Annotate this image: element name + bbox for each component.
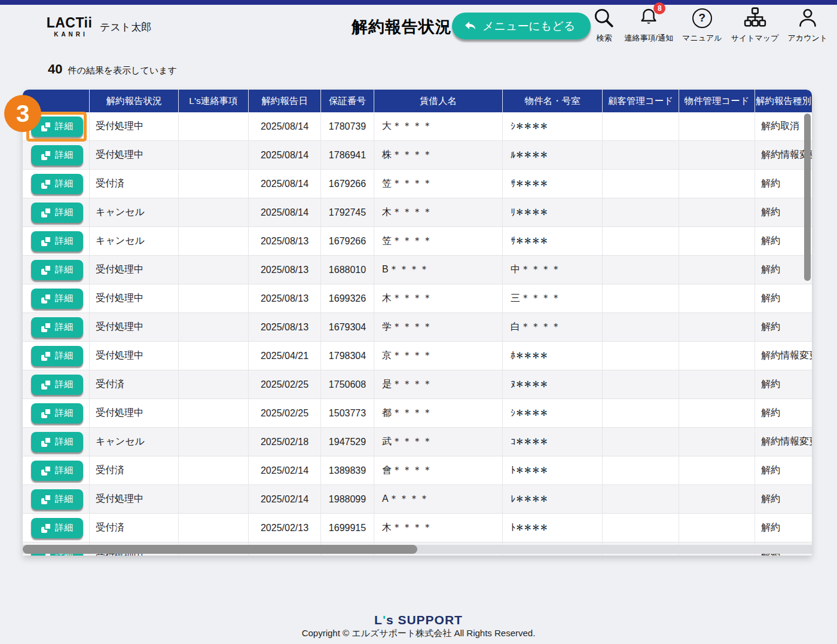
- cell-report-type: 解約: [755, 284, 812, 312]
- detail-button-label: 詳細: [55, 465, 73, 476]
- table-row: 詳細 受付処理中 2025/08/13 1679304 学＊＊＊＊ 白＊＊＊＊ …: [23, 313, 812, 342]
- horizontal-scrollbar-track[interactable]: [23, 545, 812, 554]
- nav-notifications[interactable]: 8 連絡事項/通知: [624, 5, 673, 44]
- detail-button-label: 詳細: [55, 149, 73, 161]
- nav-manual[interactable]: ? マニュアル: [682, 5, 722, 44]
- cell-status: 受付済: [90, 370, 179, 398]
- cell-customer-code: [603, 456, 679, 484]
- detail-button[interactable]: 詳細: [31, 289, 83, 309]
- bell-icon: 8: [638, 5, 659, 31]
- detail-button[interactable]: 詳細: [31, 145, 83, 165]
- vertical-scrollbar[interactable]: [804, 114, 811, 281]
- column-header: 物件名・号室: [503, 90, 603, 112]
- table-row: 詳細 受付処理中 2025/08/14 1786941 株＊＊＊＊ ﾙ＊＊＊＊ …: [23, 141, 812, 170]
- cell-report-type: 解約: [755, 485, 812, 513]
- nav-sitemap[interactable]: サイトマップ: [731, 5, 779, 44]
- cell-customer-code: [603, 198, 679, 226]
- detail-button-label: 詳細: [55, 493, 73, 505]
- app-logo[interactable]: LACTii KANRI: [45, 16, 93, 38]
- cell-tenant-name: 會＊＊＊＊: [374, 456, 503, 484]
- cell-customer-code: [603, 485, 679, 513]
- result-summary: 40 件の結果を表示しています: [48, 62, 177, 77]
- cell-ls-note: [179, 227, 249, 255]
- cell-guarantee-number: 1699915: [321, 514, 374, 542]
- detail-button[interactable]: 詳細: [31, 260, 83, 280]
- cell-detail: 詳細: [23, 456, 90, 484]
- cell-property-name: ｼ＊＊＊＊: [503, 112, 603, 140]
- detail-button[interactable]: 詳細: [31, 317, 83, 338]
- table-row: 詳細 受付済 2025/02/14 1389839 會＊＊＊＊ ﾄ＊＊＊＊ 解約: [23, 456, 812, 485]
- cell-detail: 詳細: [23, 485, 90, 513]
- cell-tenant-name: 是＊＊＊＊: [374, 370, 503, 398]
- back-to-menu-button[interactable]: メニューにもどる: [452, 13, 591, 39]
- cell-guarantee-number: 1503773: [321, 399, 374, 427]
- detail-button[interactable]: 詳細: [31, 489, 83, 510]
- detail-button[interactable]: 詳細: [31, 518, 83, 538]
- detail-doc-icon: [41, 179, 51, 189]
- cell-ls-note: [179, 456, 249, 484]
- cell-property-name: ｻ＊＊＊＊: [503, 227, 603, 255]
- detail-button[interactable]: 詳細: [31, 375, 83, 395]
- cell-guarantee-number: 1679304: [321, 313, 374, 341]
- cell-report-type: 解約情報変更: [755, 342, 812, 370]
- cell-property-name: ﾇ＊＊＊＊: [503, 370, 603, 398]
- table-header-row: 解約報告状況L's連絡事項解約報告日保証番号賃借人名物件名・号室顧客管理コード物…: [23, 90, 812, 112]
- column-header: 保証番号: [321, 90, 374, 112]
- cell-tenant-name: 木＊＊＊＊: [374, 198, 503, 226]
- cell-guarantee-number: 1786941: [321, 141, 374, 169]
- detail-button[interactable]: 詳細: [31, 346, 83, 366]
- cell-ls-note: [179, 284, 249, 312]
- detail-button-label: 詳細: [55, 321, 73, 333]
- horizontal-scrollbar-thumb[interactable]: [23, 545, 417, 554]
- cell-report-type: 解約情報変更: [755, 428, 812, 456]
- cell-guarantee-number: 1780739: [321, 112, 374, 140]
- cell-property-name: ﾙ＊＊＊＊: [503, 141, 603, 169]
- cell-property-name: ﾎ＊＊＊＊: [503, 342, 603, 370]
- cell-report-date: 2025/08/13: [249, 227, 321, 255]
- detail-button[interactable]: 詳細: [31, 461, 83, 481]
- sitemap-icon: [744, 5, 766, 31]
- detail-button-label: 詳細: [55, 235, 73, 247]
- cell-report-type: 解約: [755, 256, 812, 284]
- detail-button[interactable]: 詳細: [31, 432, 83, 452]
- cell-property-name: ｼ＊＊＊＊: [503, 399, 603, 427]
- table-row: 詳細 キャンセル 2025/08/14 1792745 木＊＊＊＊ ﾘ＊＊＊＊ …: [23, 198, 812, 227]
- cell-property-name: ﾘ＊＊＊＊: [503, 198, 603, 226]
- search-icon: [592, 5, 615, 31]
- cell-guarantee-number: 1679266: [321, 227, 374, 255]
- cell-report-date: 2025/02/14: [249, 485, 321, 513]
- detail-button[interactable]: 詳細: [31, 203, 83, 223]
- cell-ls-note: [179, 428, 249, 456]
- cell-report-date: 2025/08/13: [249, 313, 321, 341]
- detail-button-label: 詳細: [55, 264, 73, 275]
- cell-report-date: 2025/08/13: [249, 284, 321, 312]
- cell-tenant-name: 学＊＊＊＊: [374, 313, 503, 341]
- cell-ls-note: [179, 112, 249, 140]
- detail-button[interactable]: 詳細: [31, 174, 83, 194]
- detail-button-label: 詳細: [55, 350, 73, 361]
- detail-button[interactable]: 詳細: [31, 231, 83, 252]
- nav-search-label: 検索: [596, 33, 612, 44]
- cell-ls-note: [179, 170, 249, 198]
- nav-account[interactable]: アカウント: [787, 5, 827, 44]
- table-row: 詳細 受付処理中 2025/08/13 1699326 木＊＊＊＊ 三＊＊＊＊ …: [23, 284, 812, 313]
- user-name: テスト太郎: [100, 20, 151, 34]
- detail-button[interactable]: 詳細: [31, 403, 83, 424]
- cell-status: 受付処理中: [90, 313, 179, 341]
- cell-detail: 詳細: [23, 342, 90, 370]
- cell-report-type: 解約取消: [755, 112, 812, 140]
- cell-customer-code: [603, 284, 679, 312]
- detail-button-label: 詳細: [55, 379, 73, 390]
- cell-customer-code: [603, 256, 679, 284]
- nav-search[interactable]: 検索: [592, 5, 615, 44]
- detail-button[interactable]: 詳細: [31, 116, 83, 137]
- cell-tenant-name: 笠＊＊＊＊: [374, 170, 503, 198]
- page: { "header": { "logo_line1": "LACTii", "l…: [0, 0, 837, 644]
- detail-doc-icon: [41, 437, 51, 447]
- cell-property-code: [679, 428, 755, 456]
- cell-guarantee-number: 1947529: [321, 428, 374, 456]
- table-row: 詳細 受付処理中 2025/04/21 1798304 京＊＊＊＊ ﾎ＊＊＊＊ …: [23, 342, 812, 370]
- detail-doc-icon: [41, 237, 51, 246]
- cell-guarantee-number: 1679266: [321, 170, 374, 198]
- top-accent-bar: [0, 0, 837, 5]
